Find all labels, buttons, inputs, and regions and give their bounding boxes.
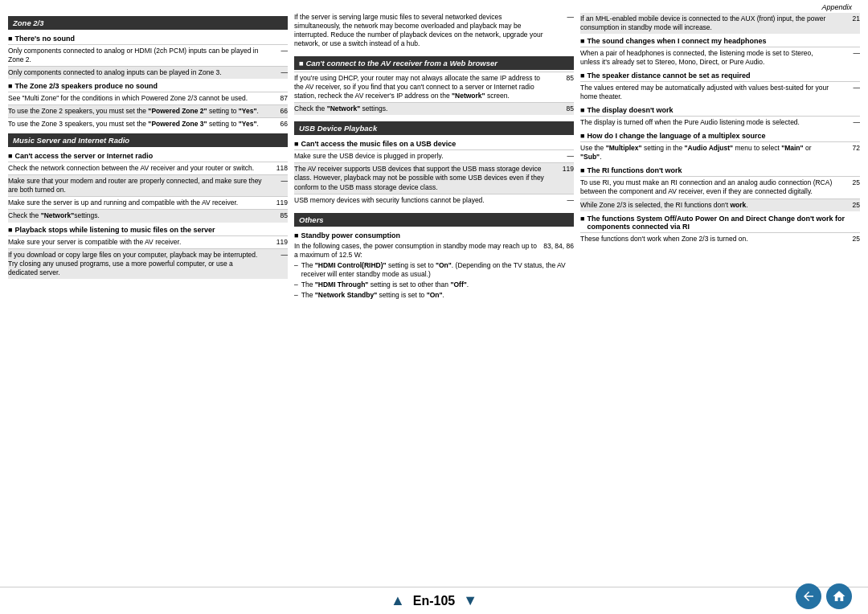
zone-section-header: Zone 2/3	[8, 16, 288, 30]
row-text: To use the Zone 3 speakers, you must set…	[8, 120, 265, 129]
row-text: These functions don't work when Zone 2/3…	[580, 235, 837, 244]
table-row: To use RI, you must make an RI connectio…	[580, 176, 860, 198]
row-num: —	[551, 13, 574, 48]
row-text: If the server is serving large music fil…	[294, 13, 551, 48]
row-text: The display is turned off when the Pure …	[580, 118, 837, 127]
row-text: Only components connected to analog or H…	[8, 47, 265, 64]
table-row: Check the network connection between the…	[8, 162, 288, 174]
bottom-icons	[796, 583, 852, 609]
display-header: The display doesn't work	[580, 106, 860, 114]
table-row: Make sure your server is compatible with…	[8, 235, 288, 248]
row-text: If an MHL-enabled mobile device is conne…	[580, 14, 837, 32]
page-number: En-105	[413, 594, 455, 608]
row-text: Check the "Network" settings.	[294, 104, 551, 113]
table-row: The values entered may be automatically …	[580, 81, 860, 103]
ri-functions-header: The RI functions don't work	[580, 166, 860, 174]
row-num: —	[265, 177, 288, 194]
cant-connect-header: ■ Can't connect to the AV receiver from …	[294, 56, 574, 70]
table-row: See "Multi Zone" for the conditions in w…	[8, 92, 288, 104]
prev-arrow-icon[interactable]: ▲	[391, 592, 405, 609]
row-num: 85	[551, 74, 574, 100]
row-text: To use RI, you must make an RI connectio…	[580, 178, 837, 196]
dash-row: – The "Network Standby" setting is set t…	[294, 291, 574, 300]
content-area: Zone 2/3 There's no sound Only component…	[0, 13, 868, 587]
row-text: The values entered may be automatically …	[580, 84, 837, 101]
row-text: Make sure the server is up and running a…	[8, 199, 265, 207]
system-off-header: The functions System Off/Auto Power On a…	[580, 215, 860, 231]
row-num: —	[551, 196, 574, 205]
row-num: 87	[265, 94, 288, 103]
row-text: Make sure the USB device is plugged in p…	[294, 152, 551, 161]
row-num: —	[265, 68, 288, 77]
cant-access-usb-header: Can't access the music files on a USB de…	[294, 140, 574, 148]
row-num: —	[837, 84, 860, 101]
row-num: —	[837, 118, 860, 127]
table-row: Check the "Network" settings. 85	[294, 102, 574, 115]
bottom-nav: ▲ En-105 ▼	[0, 587, 868, 614]
row-num: —	[265, 251, 288, 277]
table-row: If the server is serving large music fil…	[294, 13, 574, 50]
table-row: Make sure that your modem and router are…	[8, 174, 288, 196]
table-row: Make sure the USB device is plugged in p…	[294, 149, 574, 162]
standby-intro: In the following cases, the power consum…	[294, 242, 574, 260]
row-num: 66	[265, 107, 288, 116]
table-row: If an MHL-enabled mobile device is conne…	[580, 13, 860, 34]
row-num: 21	[837, 14, 860, 32]
back-icon	[801, 589, 816, 604]
row-num: 66	[265, 120, 288, 129]
table-row: While Zone 2/3 is selected, the RI funct…	[580, 199, 860, 211]
next-arrow-icon[interactable]: ▼	[463, 592, 477, 609]
row-text: While Zone 2/3 is selected, the RI funct…	[580, 201, 837, 210]
table-row: To use the Zone 2 speakers, you must set…	[8, 104, 288, 117]
standby-intro-text: In the following cases, the power consum…	[294, 242, 540, 260]
row-num: 25	[837, 235, 860, 244]
back-button[interactable]	[796, 583, 821, 609]
home-icon	[832, 589, 846, 604]
row-text: See "Multi Zone" for the conditions in w…	[8, 94, 265, 103]
standby-nums: 83, 84, 86	[540, 242, 574, 260]
appendix-label: Appendix	[0, 0, 868, 13]
row-text: If you download or copy large files on y…	[8, 251, 265, 277]
row-num: 25	[837, 178, 860, 196]
speaker-distance-header: The speaker distance cannot be set as re…	[580, 72, 860, 80]
row-text: Make sure your server is compatible with…	[8, 238, 265, 247]
standby-power-header: Standby power consumption	[294, 231, 574, 239]
row-text: USB memory devices with security functio…	[294, 196, 551, 205]
home-button[interactable]	[826, 583, 852, 609]
table-row: USB memory devices with security functio…	[294, 194, 574, 207]
row-num: 85	[265, 211, 288, 220]
others-header: Others	[294, 213, 574, 227]
multiplex-header: How do I change the language of a multip…	[580, 132, 860, 140]
row-text: To use the Zone 2 speakers, you must set…	[8, 107, 265, 116]
column-3: If an MHL-enabled mobile device is conne…	[580, 13, 860, 587]
table-row: Use the "Multiplex" setting in the "Audi…	[580, 141, 860, 163]
table-row: Only components connected to analog or H…	[8, 44, 288, 66]
table-row: The AV receiver supports USB devices tha…	[294, 162, 574, 193]
music-server-header: Music Server and Internet Radio	[8, 133, 288, 147]
row-num: —	[265, 47, 288, 64]
row-num: 25	[837, 201, 860, 210]
table-row: The display is turned off when the Pure …	[580, 116, 860, 129]
row-num: 119	[265, 238, 288, 247]
row-text: When a pair of headphones is connected, …	[580, 49, 837, 67]
table-row: Check the "Network"settings. 85	[8, 209, 288, 222]
row-text: If you're using DHCP, your router may no…	[294, 74, 551, 100]
page-indicator: ▲ En-105 ▼	[391, 592, 477, 609]
table-row: If you're using DHCP, your router may no…	[294, 72, 574, 102]
row-num: 85	[551, 104, 574, 113]
row-text: Check the network connection between the…	[8, 164, 265, 173]
no-sound-header: There's no sound	[8, 35, 288, 43]
playback-stops-header: Playback stops while listening to music …	[8, 226, 288, 234]
dash-row: – The "HDMI Through" setting is set to o…	[294, 280, 574, 289]
row-num: 72	[837, 144, 860, 162]
usb-device-header: USB Device Playback	[294, 121, 574, 135]
row-num: 119	[265, 199, 288, 207]
page-navigation: ▲ En-105 ▼	[391, 592, 477, 609]
row-num: 119	[551, 165, 574, 191]
row-text: Check the "Network"settings.	[8, 211, 265, 220]
cant-access-server-header: Can't access the server or Internet radi…	[8, 152, 288, 160]
zone-speakers-header: The Zone 2/3 speakers produce no sound	[8, 82, 288, 90]
table-row: If you download or copy large files on y…	[8, 248, 288, 279]
column-1: Zone 2/3 There's no sound Only component…	[8, 13, 288, 587]
table-row: Only components connected to analog inpu…	[8, 66, 288, 79]
